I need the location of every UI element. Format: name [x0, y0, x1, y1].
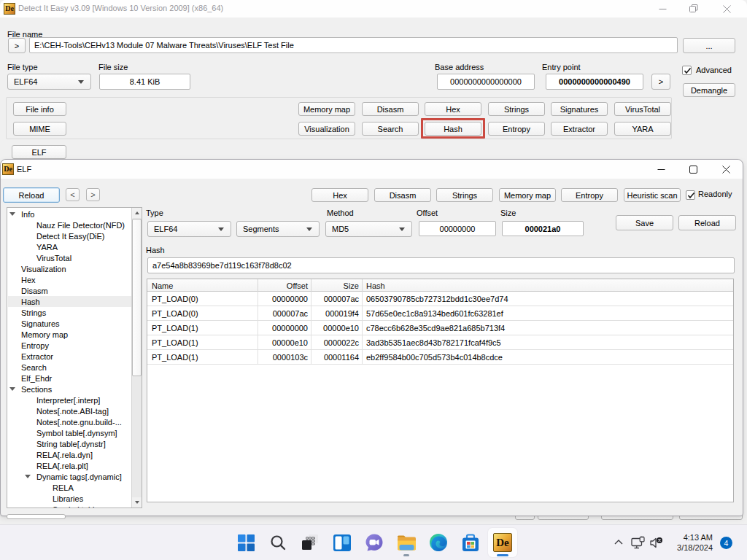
tree-item-notes-note-abi-tag[interactable]: Notes[.note.ABI-tag]: [8, 405, 132, 416]
main-button-search[interactable]: Search: [362, 122, 419, 136]
method-combo[interactable]: MD5: [325, 221, 412, 237]
file-type-combo[interactable]: ELF64: [7, 74, 91, 90]
save-button[interactable]: Save: [616, 215, 673, 230]
elf-button-memory-map[interactable]: Memory map: [499, 188, 556, 202]
tree-item-visualization[interactable]: Visualization: [8, 263, 132, 274]
elf-dialog-titlebar[interactable]: De ELF: [1, 160, 743, 179]
mode-combo[interactable]: Segments: [236, 221, 320, 237]
type-combo[interactable]: ELF64: [147, 221, 231, 237]
elf-button-heuristic-scan[interactable]: Heuristic scan: [624, 188, 681, 202]
main-button-strings[interactable]: Strings: [488, 102, 545, 116]
taskbar-edge-button[interactable]: [424, 528, 453, 557]
taskbar-start-button[interactable]: [231, 528, 260, 557]
elf-minimize-button[interactable]: [644, 160, 678, 178]
advanced-label[interactable]: Advanced: [696, 66, 732, 74]
open-file-arrow-button[interactable]: >: [8, 38, 26, 53]
tree-item-rela-rela-dyn[interactable]: RELA[.rela.dyn]: [8, 449, 132, 460]
table-row[interactable]: PT_LOAD(1)0000000000000e10c78ecc6b628e35…: [147, 321, 733, 335]
table-row[interactable]: PT_LOAD(1)00000e100000022c3ad3b5351aec8d…: [147, 335, 733, 350]
main-button-virustotal[interactable]: VirusTotal: [614, 102, 671, 116]
scroll-up-icon[interactable]: [132, 208, 142, 218]
main-close-button[interactable]: [710, 0, 743, 18]
tree-scrollbar-thumb[interactable]: [132, 219, 142, 376]
tree-item-extractor[interactable]: Extractor: [8, 351, 132, 362]
tree-item-signatures[interactable]: Signatures: [8, 318, 132, 329]
main-button-extractor[interactable]: Extractor: [551, 122, 608, 136]
main-button-hex[interactable]: Hex: [425, 102, 481, 116]
tree-item-symbol-table[interactable]: Symbol table: [8, 504, 132, 508]
elf-button-entropy[interactable]: Entropy: [561, 188, 618, 202]
tree-item-elf-ehdr[interactable]: Elf_Ehdr: [8, 373, 132, 384]
taskbar-search-button[interactable]: [263, 528, 293, 557]
main-window-titlebar[interactable]: De Detect It Easy v3.09 [Windows 10 Vers…: [0, 0, 747, 18]
offset-input[interactable]: 00000000: [419, 221, 496, 236]
elf-button-strings[interactable]: Strings: [436, 188, 493, 202]
forward-button[interactable]: >: [86, 188, 100, 201]
tree-item-hash[interactable]: Hash: [8, 296, 132, 307]
table-row[interactable]: PT_LOAD(1)0000103c00001164eb2ff9584b00c7…: [147, 350, 733, 365]
taskbar-die-button[interactable]: De: [488, 528, 517, 557]
taskbar-widgets-button[interactable]: [328, 528, 357, 557]
tree-item-libraries[interactable]: Libraries: [8, 493, 132, 504]
tray-chevron-up-icon[interactable]: [613, 537, 624, 548]
entry-point-goto-button[interactable]: >: [651, 74, 670, 90]
table-row[interactable]: PT_LOAD(0)00000000000007ac06503790785cb7…: [147, 292, 733, 306]
entry-point-input[interactable]: 0000000000000490: [546, 74, 643, 90]
demangle-button[interactable]: Demangle: [683, 83, 735, 97]
file-path-input[interactable]: E:\CEH-Tools\CEHv13 Module 07 Malware Th…: [29, 37, 678, 53]
tray-network-icon[interactable]: [631, 536, 646, 551]
hash-input[interactable]: a7e54a8b83969be7d119c163f78d8c02: [147, 257, 735, 273]
tree-item-detect-it-easy-die[interactable]: Detect It Easy(DiE): [8, 230, 132, 241]
tree-scrollbar[interactable]: [131, 208, 142, 508]
tree-item-disasm[interactable]: Disasm: [8, 285, 132, 296]
elf-type-button[interactable]: ELF: [12, 145, 66, 159]
tree-item-entropy[interactable]: Entropy: [8, 340, 132, 351]
tree-item-search[interactable]: Search: [8, 362, 132, 373]
back-button[interactable]: <: [66, 188, 80, 201]
tree-item-yara[interactable]: YARA: [8, 241, 132, 252]
tree-item-notes-note-gnu-build[interactable]: Notes[.note.gnu.build-...: [8, 416, 132, 427]
table-header-offset[interactable]: Offset: [258, 279, 311, 292]
main-button-memory-map[interactable]: Memory map: [298, 102, 355, 116]
tree-item-nauz-file-detector-nfd[interactable]: Nauz File Detector(NFD): [8, 219, 132, 230]
taskbar-desktops-button[interactable]: [295, 528, 325, 557]
main-button-mime[interactable]: MIME: [13, 122, 66, 136]
main-minimize-button[interactable]: [646, 0, 679, 18]
tree-item-rela[interactable]: RELA: [8, 482, 132, 493]
tree-expanded-caret-icon[interactable]: [25, 475, 31, 478]
tree-item-info[interactable]: Info: [8, 209, 132, 219]
hash-table[interactable]: NameOffsetSizeHash PT_LOAD(0)00000000000…: [147, 279, 734, 502]
tree-item-interpreter-interp[interactable]: Interpreter[.interp]: [8, 394, 132, 405]
main-button-file-info[interactable]: File info: [13, 102, 66, 116]
readonly-label[interactable]: Readonly: [698, 190, 732, 198]
notification-badge[interactable]: 4: [720, 537, 732, 549]
main-button-signatures[interactable]: Signatures: [551, 102, 608, 116]
main-restore-button[interactable]: [677, 0, 711, 18]
tree-item-dynamic-tags-dynamic[interactable]: Dynamic tags[.dynamic]: [8, 471, 132, 482]
tree-item-virustotal[interactable]: VirusTotal: [8, 252, 132, 263]
tree-item-string-table-dynstr[interactable]: String table[.dynstr]: [8, 438, 132, 449]
table-row[interactable]: PT_LOAD(0)000007ac000019f457d65e0ec1c8a9…: [147, 306, 733, 321]
tree-expanded-caret-icon[interactable]: [9, 212, 15, 216]
taskbar-clock[interactable]: 4:13 AM 3/18/2024: [657, 532, 713, 553]
tree-item-rela-rela-plt[interactable]: RELA[.rela.plt]: [8, 460, 132, 471]
reload-button[interactable]: Reload: [3, 187, 60, 203]
table-header-hash[interactable]: Hash: [363, 279, 734, 292]
tree-item-strings[interactable]: Strings: [8, 307, 132, 318]
advanced-checkbox[interactable]: [682, 66, 692, 75]
elf-button-hex[interactable]: Hex: [311, 188, 368, 202]
navigation-tree[interactable]: InfoNauz File Detector(NFD)Detect It Eas…: [7, 207, 142, 508]
tree-item-hex[interactable]: Hex: [8, 274, 132, 285]
table-header-size[interactable]: Size: [311, 279, 363, 292]
reload-button-2[interactable]: Reload: [678, 215, 736, 230]
taskbar-store-button[interactable]: [456, 528, 485, 557]
table-header-name[interactable]: Name: [147, 279, 258, 292]
elf-button-disasm[interactable]: Disasm: [374, 188, 431, 202]
scroll-down-icon[interactable]: [132, 497, 142, 508]
tree-item-symbol-table-dynsym[interactable]: Symbol table[.dynsym]: [8, 427, 132, 438]
elf-close-button[interactable]: [709, 160, 743, 178]
taskbar-chat-button[interactable]: [360, 528, 389, 557]
elf-maximize-button[interactable]: [676, 160, 710, 178]
tree-expanded-caret-icon[interactable]: [9, 387, 15, 391]
readonly-checkbox[interactable]: [686, 190, 695, 200]
